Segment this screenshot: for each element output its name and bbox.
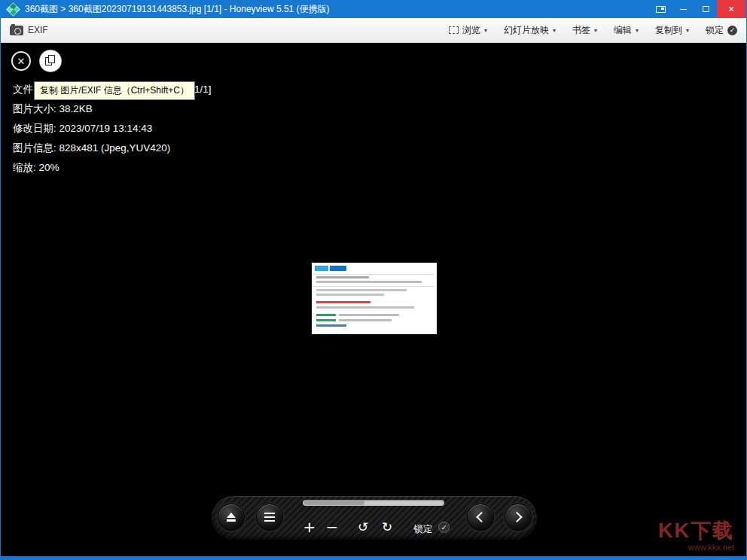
close-button[interactable]: ✕ [717,0,745,18]
fullscreen-icon [656,6,666,13]
viewer-area: ✕ 复制 图片/EXIF 信息（Ctrl+Shift+C） 文件: 360截图2… [1,43,746,556]
bookmark-label: 书签 [572,24,590,37]
copy-exif-button[interactable] [40,50,61,72]
zoom-out-button[interactable]: − [325,518,340,536]
close-icon: ✕ [727,5,734,14]
eject-icon [227,519,236,522]
camera-icon [10,26,23,35]
image-detail [316,314,336,316]
close-icon: ✕ [17,56,26,67]
info-zoom: 缩放: 20% [13,161,59,175]
selection-icon [449,26,459,34]
chevron-left-icon [476,512,486,522]
next-image-button[interactable] [505,504,532,531]
fullscreen-toggle-button[interactable] [649,0,672,18]
watermark-url: www.kkx.net [658,543,734,552]
chevron-down-icon: ▾ [594,27,597,34]
title-bar: 360截图 > 360截图20230719131443853.jpg [1/1]… [1,0,746,18]
rotate-right-button[interactable]: ↻ [380,519,395,534]
lock-zoom-button[interactable]: 锁定 [410,523,436,536]
honeyview-logo-icon [6,2,20,16]
exif-overlay-close-button[interactable]: ✕ [11,51,31,71]
slideshow-menu-button[interactable]: 幻灯片放映 ▾ [504,24,556,37]
maximize-button[interactable] [694,0,717,18]
image-detail [339,319,392,321]
viewed-image[interactable] [312,263,437,334]
image-detail [315,266,328,271]
chevron-down-icon: ▾ [636,27,639,34]
image-detail [316,324,346,327]
browse-label: 浏览 [462,24,480,37]
image-detail [314,274,434,275]
browse-menu-button[interactable]: 浏览 ▾ [449,24,487,37]
watermark-title: KK下载 [658,520,734,543]
exif-label[interactable]: EXIF [28,25,48,35]
toolbar-right-group: 浏览 ▾ 幻灯片放映 ▾ 书签 ▾ 编辑 ▾ 复制到 ▾ 锁定 ✓ [449,24,737,37]
image-detail [316,289,407,291]
image-detail [314,286,434,287]
copy-to-label: 复制到 [655,24,682,37]
image-detail [330,266,346,271]
image-detail [316,276,369,278]
menu-icon [264,513,275,514]
image-detail [316,306,414,309]
chevron-down-icon: ▾ [686,27,689,34]
edit-label: 编辑 [614,24,632,37]
lock-toggle-button[interactable]: 锁定 ✓ [706,24,737,37]
info-modified: 修改日期: 2023/07/19 13:14:43 [13,122,152,135]
bookmark-menu-button[interactable]: 书签 ▾ [572,24,597,37]
copy-icon [48,55,55,63]
maximize-icon [703,6,709,12]
window-bottom-border [1,556,746,560]
check-icon: ✓ [727,26,737,35]
lock-label: 锁定 [706,24,724,37]
eject-icon [227,513,236,518]
window-title: 360截图 > 360截图20230719131443853.jpg [1/1]… [25,3,649,16]
copy-exif-tooltip: 复制 图片/EXIF 信息（Ctrl+Shift+C） [34,81,195,100]
image-detail [316,294,384,296]
menu-icon [264,520,275,522]
image-detail [316,319,336,321]
previous-image-button[interactable] [467,504,494,531]
check-icon: ✓ [438,522,450,533]
toolbar: EXIF 浏览 ▾ 幻灯片放映 ▾ 书签 ▾ 编辑 ▾ 复制到 ▾ [1,18,746,43]
chevron-down-icon: ▾ [484,27,487,34]
scrollbar-thumb[interactable] [304,501,364,505]
slideshow-label: 幻灯片放映 [504,24,549,37]
image-detail [316,281,422,283]
image-scrollbar[interactable] [303,500,444,506]
minimize-button[interactable] [672,0,694,18]
info-image: 图片信息: 828x481 (Jpeg,YUV420) [13,142,170,155]
watermark: KK下载 www.kkx.net [658,520,734,552]
menu-button[interactable] [256,504,283,531]
image-detail [339,314,399,316]
window-controls: ✕ [649,0,746,18]
viewer-control-bar: + − ↺ ↻ 锁定 ✓ [211,495,538,540]
chevron-right-icon [512,512,523,522]
zoom-in-button[interactable]: + [302,518,317,536]
minimize-icon [680,9,687,10]
rotate-left-button[interactable]: ↺ [355,519,370,534]
honeyview-window: 360截图 > 360截图20230719131443853.jpg [1/1]… [0,0,747,560]
edit-menu-button[interactable]: 编辑 ▾ [614,24,639,37]
info-size: 图片大小: 38.2KB [13,102,93,116]
menu-icon [264,516,275,518]
image-detail [316,301,370,303]
copy-to-menu-button[interactable]: 复制到 ▾ [655,24,689,37]
eject-button[interactable] [218,504,245,531]
chevron-down-icon: ▾ [553,27,556,34]
